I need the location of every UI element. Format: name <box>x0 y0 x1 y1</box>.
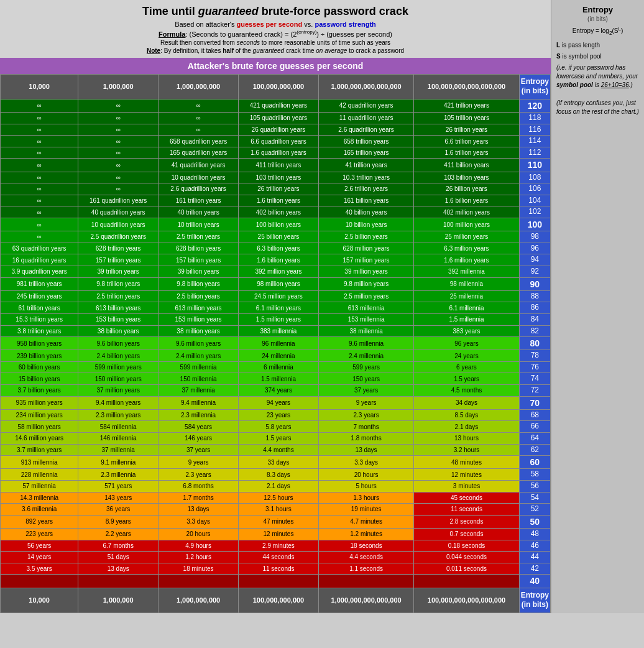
formula-label: Formula <box>159 30 185 38</box>
table-cell: 14 years <box>1 552 78 563</box>
table-cell: 4.4 seconds <box>318 552 413 563</box>
col-header-5: 1,000,000,000,000,000 <box>318 74 413 99</box>
table-cell <box>159 575 239 588</box>
table-cell: 2.3 millennia <box>78 469 159 481</box>
table-cell: 6.6 quadrillion years <box>239 136 319 147</box>
col-header-6: 100,000,000,000,000,000 <box>414 74 519 99</box>
table-cell: 9.6 billion years <box>78 337 159 350</box>
table-cell: ∞ <box>1 99 78 112</box>
table-cell: 15.3 trillion years <box>1 313 78 325</box>
table-cell: 41 trillion years <box>318 159 413 172</box>
table-cell: 234 million years <box>1 409 78 421</box>
table-row: 228 millennia2.3 millennia2.3 years8.3 d… <box>1 469 551 481</box>
table-cell: 4.5 months <box>414 385 519 397</box>
table-cell: 5 hours <box>318 481 413 493</box>
table-cell: 24.5 million years <box>239 290 319 302</box>
table-cell: 12.5 hours <box>239 492 319 504</box>
table-row: 3.7 million years37 millennia37 years4.4… <box>1 444 551 456</box>
table-cell: 3.3 days <box>318 456 413 469</box>
table-cell: 2.3 millennia <box>159 409 239 421</box>
table-cell: ∞ <box>78 159 159 172</box>
table-cell: ∞ <box>78 183 159 195</box>
table-cell: 2.1 days <box>239 481 319 493</box>
table-row: 56 years6.7 months4.9 hours2.9 minutes18… <box>1 540 551 552</box>
table-row: ∞161 quadrillion years161 trillion years… <box>1 195 551 206</box>
table-cell: ∞ <box>159 99 239 112</box>
table-cell: 4.7 minutes <box>318 515 413 528</box>
table-cell: 3.2 hours <box>414 444 519 456</box>
column-header-row: 10,000 1,000,000 1,000,000,000 100,000,0… <box>1 74 551 99</box>
table-cell: 7 months <box>318 421 413 433</box>
entropy-cell: 70 <box>519 396 550 409</box>
table-cell: 9.6 million years <box>159 337 239 350</box>
table-cell: 157 trillion years <box>78 254 159 266</box>
entropy-cell: 56 <box>519 481 550 493</box>
table-cell: 402 billion years <box>239 206 319 218</box>
table-cell: 981 trillion years <box>1 277 78 290</box>
table-cell: 2.6 quadrillion years <box>159 183 239 195</box>
table-cell: 146 millennia <box>78 433 159 445</box>
table-cell: 8.5 days <box>414 409 519 421</box>
entropy-cell: 82 <box>519 325 550 337</box>
table-cell: 165 trillion years <box>318 147 413 159</box>
entropy-cell: 110 <box>519 159 550 172</box>
note-label: Note <box>147 47 160 54</box>
table-cell: 374 years <box>239 385 319 397</box>
table-cell: 3.7 billion years <box>1 385 78 397</box>
table-cell: 245 trillion years <box>1 290 78 302</box>
col-header-3: 1,000,000,000 <box>159 74 239 99</box>
entropy-cell: 90 <box>519 277 550 290</box>
table-cell: 3.6 millennia <box>1 504 78 516</box>
table-cell: 100 million years <box>414 218 519 231</box>
entropy-col-header: Entropy(in bits) <box>519 74 550 99</box>
table-cell: 26 trillion years <box>239 183 319 195</box>
footer-entropy: Entropy(in bits) <box>519 588 550 613</box>
table-cell: 913 millennia <box>1 456 78 469</box>
entropy-cell: 88 <box>519 290 550 302</box>
table-cell: 98 millennia <box>414 277 519 290</box>
table-cell: 23 years <box>239 409 319 421</box>
footer-col-6: 100,000,000,000,000,000 <box>414 588 519 613</box>
table-cell: 2.5 billion years <box>318 231 413 243</box>
table-cell: 392 millennia <box>414 266 519 277</box>
table-cell: 3.5 years <box>1 563 78 575</box>
table-cell: 25 millennia <box>414 290 519 302</box>
table-cell: 18 seconds <box>318 540 413 552</box>
right-panel-confuse: (If entropy confuses you, just focus on … <box>556 99 639 116</box>
table-cell: 40 billion years <box>318 206 413 218</box>
table-cell: 10.3 trillion years <box>318 172 413 183</box>
table-cell: 2.5 quadrillion years <box>78 231 159 243</box>
table-row: 958 billion years9.6 billion years9.6 mi… <box>1 337 551 350</box>
table-row: 3.5 years13 days18 minutes11 seconds1.1 … <box>1 563 551 575</box>
table-cell: 10 billion years <box>318 218 413 231</box>
table-cell: 33 days <box>239 456 319 469</box>
table-row: 3.7 billion years37 million years37 mill… <box>1 385 551 397</box>
table-cell: 9.8 million years <box>318 277 413 290</box>
table-cell: ∞ <box>78 124 159 136</box>
table-cell: 58 million years <box>1 421 78 433</box>
table-row: 60 billion years599 million years599 mil… <box>1 361 551 373</box>
table-row: ∞∞∞421 quadrillion years42 quadrillion y… <box>1 99 551 112</box>
table-cell: 5.8 years <box>239 421 319 433</box>
subtitle: Based on attacker's guesses per second v… <box>2 21 548 28</box>
table-cell: 41 quadrillion years <box>159 159 239 172</box>
table-cell: 6 years <box>414 361 519 373</box>
table-cell: 12 minutes <box>414 469 519 481</box>
table-cell: 10 quadrillion years <box>78 218 159 231</box>
footer-row: 10,000 1,000,000 1,000,000,000 100,000,0… <box>1 588 551 613</box>
table-row: 58 million years584 millennia584 years5.… <box>1 421 551 433</box>
left-panel: Time until guaranteed brute-force passwo… <box>0 0 551 613</box>
guesses-text: guesses per second <box>236 21 302 28</box>
table-cell: 383 millennia <box>239 325 319 337</box>
table-cell: 6.7 months <box>78 540 159 552</box>
col-header-4: 100,000,000,000 <box>239 74 319 99</box>
table-cell: 3.8 trillion years <box>1 325 78 337</box>
footer-col-1: 10,000 <box>1 588 78 613</box>
entropy-cell: 46 <box>519 540 550 552</box>
table-row: ∞∞∞105 quadrillion years11 quadrillion y… <box>1 113 551 124</box>
table-cell: 100 billion years <box>239 218 319 231</box>
table-row: 15.3 trillion years153 billion years153 … <box>1 313 551 325</box>
table-cell: 61 trillion years <box>1 302 78 314</box>
table-cell: 2.4 millennia <box>318 350 413 362</box>
table-cell: 15 billion years <box>1 373 78 385</box>
